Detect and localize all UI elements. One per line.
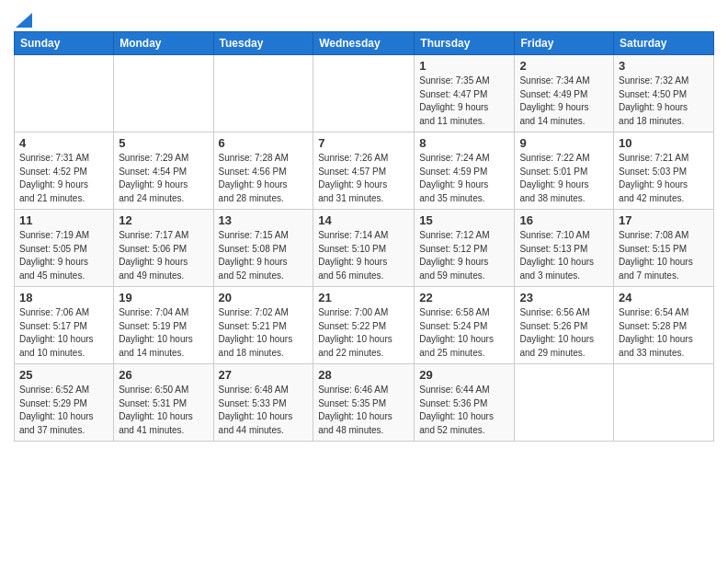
weekday-header: Thursday [415, 32, 515, 55]
calendar-cell: 26Sunrise: 6:50 AM Sunset: 5:31 PM Dayli… [114, 364, 213, 442]
day-number: 2 [519, 59, 609, 73]
calendar-cell: 15Sunrise: 7:12 AM Sunset: 5:12 PM Dayli… [415, 210, 515, 287]
day-number: 19 [119, 291, 208, 304]
calendar-cell: 7Sunrise: 7:26 AM Sunset: 4:57 PM Daylig… [313, 132, 415, 210]
calendar-cell: 18Sunrise: 7:06 AM Sunset: 5:17 PM Dayli… [15, 287, 114, 364]
day-detail: Sunrise: 6:48 AM Sunset: 5:33 PM Dayligh… [219, 384, 309, 437]
calendar-cell [515, 364, 614, 442]
calendar-cell [213, 55, 313, 132]
calendar-cell: 5Sunrise: 7:29 AM Sunset: 4:54 PM Daylig… [114, 132, 213, 210]
day-detail: Sunrise: 7:21 AM Sunset: 5:03 PM Dayligh… [619, 152, 709, 205]
calendar-cell: 1Sunrise: 7:35 AM Sunset: 4:47 PM Daylig… [415, 55, 515, 132]
day-number: 16 [519, 213, 609, 227]
day-detail: Sunrise: 7:19 AM Sunset: 5:05 PM Dayligh… [19, 229, 108, 282]
calendar-cell: 27Sunrise: 6:48 AM Sunset: 5:33 PM Dayli… [213, 364, 313, 442]
day-number: 7 [318, 136, 409, 150]
calendar-cell: 22Sunrise: 6:58 AM Sunset: 5:24 PM Dayli… [415, 287, 515, 364]
day-number: 23 [519, 291, 609, 304]
day-detail: Sunrise: 6:54 AM Sunset: 5:28 PM Dayligh… [619, 306, 709, 360]
calendar-header: SundayMondayTuesdayWednesdayThursdayFrid… [15, 32, 714, 55]
day-detail: Sunrise: 7:34 AM Sunset: 4:49 PM Dayligh… [519, 75, 609, 128]
calendar-cell: 17Sunrise: 7:08 AM Sunset: 5:15 PM Dayli… [614, 210, 714, 287]
calendar-cell [614, 364, 714, 442]
calendar-cell: 8Sunrise: 7:24 AM Sunset: 4:59 PM Daylig… [415, 132, 515, 210]
calendar-cell [114, 55, 213, 132]
day-detail: Sunrise: 7:17 AM Sunset: 5:06 PM Dayligh… [119, 229, 208, 282]
day-number: 18 [19, 291, 108, 304]
day-number: 24 [619, 291, 709, 304]
calendar-cell: 11Sunrise: 7:19 AM Sunset: 5:05 PM Dayli… [15, 210, 114, 287]
calendar-cell: 2Sunrise: 7:34 AM Sunset: 4:49 PM Daylig… [515, 55, 614, 132]
logo-icon [16, 13, 32, 28]
day-detail: Sunrise: 7:08 AM Sunset: 5:15 PM Dayligh… [619, 229, 709, 282]
calendar-cell: 21Sunrise: 7:00 AM Sunset: 5:22 PM Dayli… [313, 287, 415, 364]
day-number: 22 [419, 291, 509, 304]
day-detail: Sunrise: 7:14 AM Sunset: 5:10 PM Dayligh… [318, 229, 409, 282]
day-number: 11 [19, 213, 108, 227]
calendar-week: 11Sunrise: 7:19 AM Sunset: 5:05 PM Dayli… [15, 210, 714, 287]
day-number: 14 [318, 213, 409, 227]
day-detail: Sunrise: 7:02 AM Sunset: 5:21 PM Dayligh… [219, 306, 309, 360]
day-detail: Sunrise: 7:35 AM Sunset: 4:47 PM Dayligh… [419, 75, 509, 128]
calendar-cell: 12Sunrise: 7:17 AM Sunset: 5:06 PM Dayli… [114, 210, 213, 287]
day-number: 8 [419, 136, 509, 150]
day-number: 25 [19, 368, 108, 382]
calendar-cell: 25Sunrise: 6:52 AM Sunset: 5:29 PM Dayli… [15, 364, 114, 442]
calendar-week: 18Sunrise: 7:06 AM Sunset: 5:17 PM Dayli… [15, 287, 714, 364]
weekday-header: Saturday [614, 32, 714, 55]
day-detail: Sunrise: 6:46 AM Sunset: 5:35 PM Dayligh… [318, 384, 409, 437]
day-detail: Sunrise: 7:26 AM Sunset: 4:57 PM Dayligh… [318, 152, 409, 205]
weekday-header: Tuesday [213, 32, 313, 55]
calendar-week: 1Sunrise: 7:35 AM Sunset: 4:47 PM Daylig… [15, 55, 714, 132]
day-number: 20 [219, 291, 309, 304]
day-number: 29 [419, 368, 509, 382]
day-detail: Sunrise: 7:22 AM Sunset: 5:01 PM Dayligh… [519, 152, 609, 205]
day-detail: Sunrise: 7:06 AM Sunset: 5:17 PM Dayligh… [19, 306, 108, 360]
calendar-week: 4Sunrise: 7:31 AM Sunset: 4:52 PM Daylig… [15, 132, 714, 210]
day-detail: Sunrise: 6:44 AM Sunset: 5:36 PM Dayligh… [419, 384, 509, 437]
calendar-cell: 29Sunrise: 6:44 AM Sunset: 5:36 PM Dayli… [415, 364, 515, 442]
day-number: 15 [419, 213, 509, 227]
weekday-header: Wednesday [313, 32, 415, 55]
day-detail: Sunrise: 7:15 AM Sunset: 5:08 PM Dayligh… [219, 229, 309, 282]
svg-marker-0 [16, 13, 32, 28]
weekday-header: Friday [515, 32, 614, 55]
day-number: 13 [219, 213, 309, 227]
day-detail: Sunrise: 7:04 AM Sunset: 5:19 PM Dayligh… [119, 306, 208, 360]
day-detail: Sunrise: 7:10 AM Sunset: 5:13 PM Dayligh… [519, 229, 609, 282]
header [14, 9, 714, 26]
calendar-cell: 10Sunrise: 7:21 AM Sunset: 5:03 PM Dayli… [614, 132, 714, 210]
calendar-cell: 20Sunrise: 7:02 AM Sunset: 5:21 PM Dayli… [213, 287, 313, 364]
day-number: 27 [219, 368, 309, 382]
calendar-cell [15, 55, 114, 132]
weekday-header: Monday [114, 32, 213, 55]
day-detail: Sunrise: 7:32 AM Sunset: 4:50 PM Dayligh… [619, 75, 709, 128]
day-detail: Sunrise: 7:12 AM Sunset: 5:12 PM Dayligh… [419, 229, 509, 282]
day-detail: Sunrise: 7:24 AM Sunset: 4:59 PM Dayligh… [419, 152, 509, 205]
day-detail: Sunrise: 6:52 AM Sunset: 5:29 PM Dayligh… [19, 384, 108, 437]
day-detail: Sunrise: 6:50 AM Sunset: 5:31 PM Dayligh… [119, 384, 208, 437]
day-detail: Sunrise: 6:56 AM Sunset: 5:26 PM Dayligh… [519, 306, 609, 360]
day-detail: Sunrise: 7:31 AM Sunset: 4:52 PM Dayligh… [19, 152, 108, 205]
day-number: 21 [318, 291, 409, 304]
calendar-cell: 13Sunrise: 7:15 AM Sunset: 5:08 PM Dayli… [213, 210, 313, 287]
day-number: 5 [119, 136, 208, 150]
day-detail: Sunrise: 7:00 AM Sunset: 5:22 PM Dayligh… [318, 306, 409, 360]
day-detail: Sunrise: 6:58 AM Sunset: 5:24 PM Dayligh… [419, 306, 509, 360]
day-number: 9 [519, 136, 609, 150]
day-number: 6 [219, 136, 309, 150]
day-detail: Sunrise: 7:28 AM Sunset: 4:56 PM Dayligh… [219, 152, 309, 205]
day-number: 10 [619, 136, 709, 150]
calendar-cell: 6Sunrise: 7:28 AM Sunset: 4:56 PM Daylig… [213, 132, 313, 210]
calendar-week: 25Sunrise: 6:52 AM Sunset: 5:29 PM Dayli… [15, 364, 714, 442]
calendar-cell: 23Sunrise: 6:56 AM Sunset: 5:26 PM Dayli… [515, 287, 614, 364]
calendar-cell: 24Sunrise: 6:54 AM Sunset: 5:28 PM Dayli… [614, 287, 714, 364]
calendar-cell: 28Sunrise: 6:46 AM Sunset: 5:35 PM Dayli… [313, 364, 415, 442]
calendar: SundayMondayTuesdayWednesdayThursdayFrid… [14, 31, 714, 442]
calendar-cell: 3Sunrise: 7:32 AM Sunset: 4:50 PM Daylig… [614, 55, 714, 132]
calendar-cell: 9Sunrise: 7:22 AM Sunset: 5:01 PM Daylig… [515, 132, 614, 210]
day-number: 17 [619, 213, 709, 227]
calendar-cell: 14Sunrise: 7:14 AM Sunset: 5:10 PM Dayli… [313, 210, 415, 287]
day-number: 4 [19, 136, 108, 150]
day-number: 26 [119, 368, 208, 382]
